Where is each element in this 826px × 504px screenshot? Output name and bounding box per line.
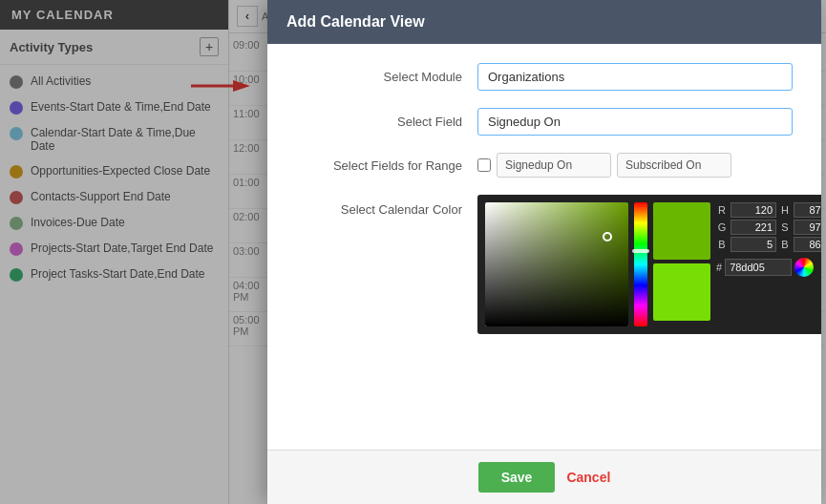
b-input[interactable] xyxy=(731,237,776,252)
g-input[interactable] xyxy=(731,220,776,235)
color-preview-current xyxy=(653,263,710,321)
hue-cursor xyxy=(632,249,649,253)
b-input-row: B B xyxy=(716,237,821,252)
hue-slider[interactable] xyxy=(634,202,647,326)
r-label: R xyxy=(716,204,728,216)
color-picker: R H G S B xyxy=(477,195,821,334)
select-module-label: Select Module xyxy=(296,70,477,84)
select-color-row: Select Calendar Color xyxy=(296,195,793,334)
b-label: B xyxy=(716,239,728,250)
hex-row: # xyxy=(716,258,821,277)
select-module-row: Select Module Organizations xyxy=(296,63,793,91)
add-calendar-view-modal: Add Calendar View Select Module Organiza… xyxy=(267,0,821,504)
save-button[interactable]: Save xyxy=(478,462,556,493)
g-input-row: G S xyxy=(716,220,821,235)
range-fields-row: Signedup On Subscribed On xyxy=(477,153,793,178)
select-range-row: Select Fields for Range Signedup On Subs… xyxy=(296,153,793,178)
select-module-control: Organizations xyxy=(477,63,793,91)
g-label: G xyxy=(716,221,728,233)
bval-input[interactable] xyxy=(794,237,821,252)
range-field1-dropdown[interactable]: Signedup On xyxy=(497,153,611,178)
modal-body: Select Module Organizations Select Field… xyxy=(267,44,821,450)
color-picker-control: R H G S B xyxy=(477,195,821,334)
bval-label: B xyxy=(779,239,791,250)
s-input[interactable] xyxy=(794,220,821,235)
range-field2-dropdown[interactable]: Subscribed On xyxy=(617,153,731,178)
select-field-control: Signedup On xyxy=(477,108,793,136)
select-range-label: Select Fields for Range xyxy=(296,158,477,173)
range-checkbox[interactable] xyxy=(477,158,491,172)
modal-header: Add Calendar View xyxy=(267,0,821,44)
modal-footer: Save Cancel xyxy=(267,450,821,504)
s-label: S xyxy=(779,221,791,233)
select-field-label: Select Field xyxy=(296,115,477,129)
select-range-control: Signedup On Subscribed On xyxy=(477,153,793,178)
r-input-row: R H xyxy=(716,202,821,218)
hex-input[interactable] xyxy=(725,259,792,276)
cancel-button[interactable]: Cancel xyxy=(566,462,610,493)
modal-title: Add Calendar View xyxy=(286,13,425,30)
r-input[interactable] xyxy=(731,202,776,218)
gradient-background xyxy=(485,202,628,326)
select-field-row: Select Field Signedup On xyxy=(296,108,793,136)
hex-label: # xyxy=(716,262,722,273)
select-color-label: Select Calendar Color xyxy=(296,195,477,217)
color-wheel-button[interactable] xyxy=(794,258,814,277)
select-field-dropdown[interactable]: Signedup On xyxy=(477,108,793,136)
h-label: H xyxy=(779,204,791,216)
h-input[interactable] xyxy=(794,202,821,218)
color-preview-new xyxy=(653,202,710,260)
color-gradient-area[interactable] xyxy=(485,202,628,326)
color-previews xyxy=(653,202,710,326)
select-module-dropdown[interactable]: Organizations xyxy=(477,63,793,91)
